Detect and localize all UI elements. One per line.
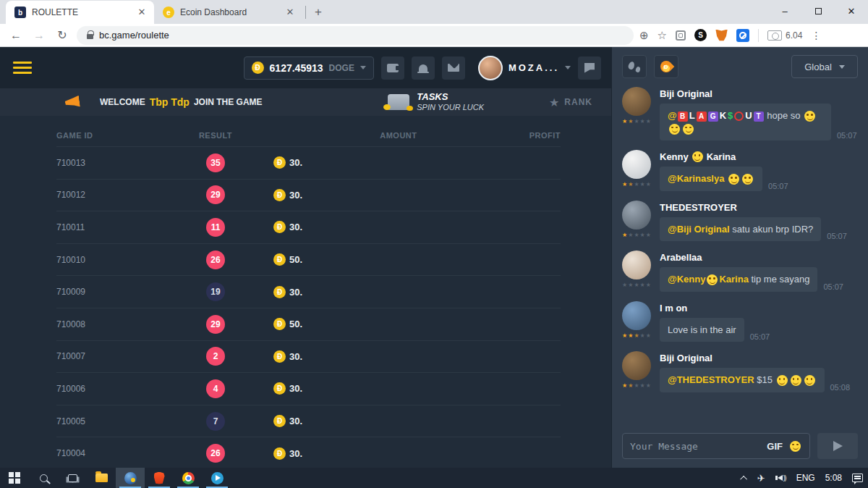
table-row[interactable]: 710012 29 Ð 30.0000000 DOGE Ð 60.0000000… <box>56 179 561 211</box>
rank-shortcut[interactable]: ★ RANK <box>549 96 592 109</box>
table-row[interactable]: 710011 11 Ð 30.0000000 DOGE Ð 60.0000000… <box>56 211 561 243</box>
back-icon[interactable]: ← <box>7 29 25 42</box>
close-button[interactable]: ✕ <box>835 0 868 22</box>
message-input[interactable] <box>630 441 761 452</box>
message-username[interactable]: THEDESTROYER <box>660 202 858 213</box>
star-icon: ★ <box>622 232 627 238</box>
table-row[interactable]: 710009 19 Ð 30.0000000 DOGE Ð 60.0000000… <box>56 275 561 308</box>
table-row[interactable]: 710005 7 Ð 30.0000000 DOGE Ð 60.0000000 … <box>56 405 561 437</box>
star-icon: ★ <box>634 232 639 238</box>
table-row[interactable]: 710006 4 Ð 30.0000000 DOGE Ð 60.0000000 … <box>56 372 561 405</box>
message-username[interactable]: I m on <box>660 303 858 314</box>
volume-button[interactable]: )) <box>770 468 791 488</box>
chat-toggle-button[interactable] <box>578 56 601 80</box>
amount-value: 30. <box>289 287 611 298</box>
message-username[interactable]: Biji Original <box>660 353 858 363</box>
new-tab-button[interactable]: + <box>309 3 328 22</box>
star-icon: ★ <box>628 282 633 288</box>
avatar[interactable] <box>622 150 651 179</box>
send-button[interactable] <box>817 433 858 459</box>
bookmark-star-icon[interactable]: ☆ <box>658 29 667 42</box>
avatar[interactable] <box>622 301 651 330</box>
adblock-icon[interactable] <box>736 29 749 42</box>
extension-s-icon[interactable]: S <box>694 29 707 41</box>
message-username[interactable]: Arabellaa <box>660 252 858 263</box>
avatar[interactable] <box>622 251 651 279</box>
notifications-button[interactable] <box>412 56 435 80</box>
doge-coin-icon: Ð <box>273 189 286 201</box>
taskbar-search-button[interactable] <box>29 468 58 488</box>
reload-icon[interactable]: ↻ <box>54 28 71 42</box>
star-icon: ★ <box>628 182 633 188</box>
start-button[interactable] <box>0 468 29 488</box>
text-segment: K <box>720 110 726 121</box>
table-row[interactable]: 710007 2 Ð 30.0000000 DOGE Ð 60.0000000 … <box>56 340 561 373</box>
tab-close-icon[interactable]: ✕ <box>135 6 148 19</box>
avatar[interactable] <box>622 201 651 230</box>
rain-button[interactable] <box>622 55 647 78</box>
table-row[interactable]: 710004 26 Ð 30.0000000 DOGE Ð 60.0000000… <box>56 437 561 468</box>
game-id: 710012 <box>56 190 158 200</box>
avatar-column: ★★★★★ <box>622 351 651 392</box>
tab-roulette[interactable]: b ROULETTE ✕ <box>6 1 154 24</box>
chat-message[interactable]: ★★★★★ Biji Original @THEDESTROYER $15 05… <box>622 351 858 392</box>
chat-messages[interactable]: ★★★★★ Biji Original @BLAGK$OUT hope so 0… <box>612 84 868 426</box>
text-segment: Karina <box>719 274 748 285</box>
file-explorer-button[interactable] <box>87 468 116 488</box>
action-center-button[interactable] <box>847 468 868 488</box>
emoji-picker-icon[interactable] <box>790 441 801 452</box>
zoom-page-icon[interactable]: ⊕ <box>639 29 649 42</box>
emoji <box>683 124 694 135</box>
message-time: 05:07 <box>823 282 843 292</box>
active-app-button[interactable] <box>116 468 145 488</box>
chat-message[interactable]: ★★★★★ Arabellaa @KennyKarina tip me saya… <box>622 251 858 292</box>
tasks-shortcut[interactable]: TASKS SPIN YOUR LUCK <box>388 92 484 112</box>
extension-cube-icon[interactable] <box>676 30 686 41</box>
chrome-button[interactable] <box>174 468 203 488</box>
airplane-mode-icon[interactable]: ✈ <box>752 468 770 488</box>
language-indicator[interactable]: ENG <box>791 468 820 488</box>
telegram-button[interactable] <box>203 468 231 488</box>
browser-menu-icon[interactable]: ⋮ <box>811 30 821 41</box>
chat-message[interactable]: ★★★★★ I m on Love is in the air 05:07 <box>622 301 858 342</box>
address-bar[interactable]: bc.game/roulette <box>77 26 634 45</box>
balance-selector[interactable]: Ð 6127.45913 DOGE <box>244 56 374 80</box>
clock[interactable]: 5:08 <box>820 468 847 488</box>
menu-icon[interactable] <box>13 62 32 74</box>
brave-button[interactable] <box>145 468 174 488</box>
result-cell: 29 <box>158 315 273 334</box>
message-inputbox[interactable]: GIF <box>622 433 810 459</box>
table-row[interactable]: 710008 29 Ð 50.0000000 DOGE Ð 100.000000… <box>56 308 561 340</box>
emoji <box>669 124 680 135</box>
coin-drop-button[interactable]: Ð <box>654 55 678 78</box>
message-username[interactable]: Biji Original <box>660 88 858 99</box>
tray-expand-button[interactable] <box>737 468 752 488</box>
task-view-button[interactable] <box>58 468 87 488</box>
tab-close-icon[interactable]: ✕ <box>284 6 297 19</box>
table-row[interactable]: 710013 35 Ð 30.0000000 DOGE Ð 60.0000000… <box>56 146 561 179</box>
chrome-icon <box>182 472 195 484</box>
message-bubble: @BLAGK$OUT hope so <box>660 104 831 140</box>
price-extension[interactable]: 6.04 <box>767 30 802 41</box>
metamask-icon[interactable] <box>715 30 728 41</box>
chat-message[interactable]: ★★★★★ Biji Original @BLAGK$OUT hope so 0… <box>622 87 858 140</box>
gif-button[interactable]: GIF <box>767 441 783 452</box>
chat-message[interactable]: ★★★★★ KennyKarina @Karinaslya 05:07 <box>622 150 858 191</box>
wallet-button[interactable] <box>381 56 404 80</box>
amount-cell: Ð 30.0000000 DOGE <box>273 189 611 201</box>
lock-icon <box>87 34 93 39</box>
tab-ecoin-dashboard[interactable]: e Ecoin Dashboard ✕ <box>154 1 302 24</box>
url-text[interactable]: bc.game/roulette <box>99 30 169 41</box>
messages-button[interactable] <box>442 56 465 80</box>
avatar[interactable] <box>622 351 651 380</box>
table-row[interactable]: 710010 26 Ð 50.0000000 DOGE Ð 100.000000… <box>56 243 561 276</box>
forward-icon[interactable]: → <box>30 29 48 42</box>
game-id: 710007 <box>56 351 158 361</box>
avatar[interactable] <box>622 87 651 116</box>
chat-message[interactable]: ★★★★★ THEDESTROYER @Biji Original satu a… <box>622 201 858 242</box>
chat-channel-select[interactable]: Global <box>791 55 858 78</box>
message-username[interactable]: KennyKarina <box>660 151 858 162</box>
user-menu[interactable]: MOZA... <box>478 56 571 80</box>
minimize-button[interactable]: – <box>768 0 801 22</box>
restore-button[interactable] <box>801 0 835 22</box>
